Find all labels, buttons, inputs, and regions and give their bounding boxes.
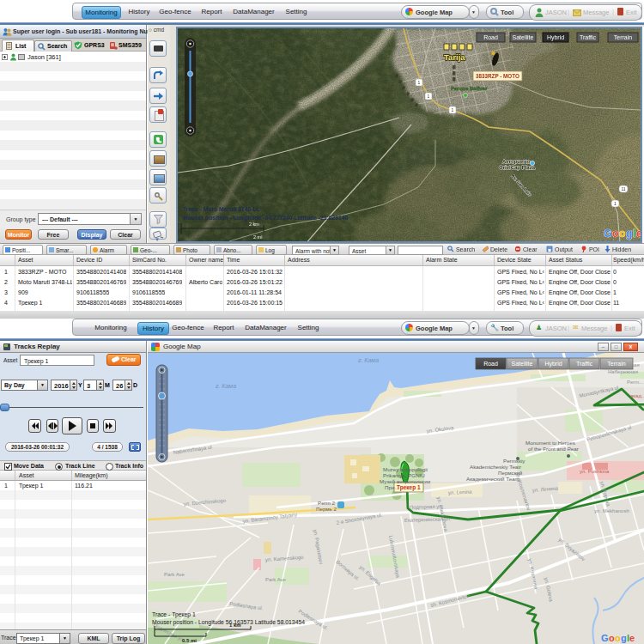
svg-text:o: o <box>615 633 621 643</box>
svg-text:Traffic: Traffic <box>576 361 593 367</box>
svg-text:3833RZP - MOTO: 3833RZP - MOTO <box>476 73 519 79</box>
svg-text:1: 1 <box>614 201 617 206</box>
svg-text:ул. Pushkina: ул. Pushkina <box>580 469 610 474</box>
svg-text:Трекер 1: Трекер 1 <box>397 484 421 491</box>
svg-text:Perm 2: Perm 2 <box>318 500 336 506</box>
svg-text:l: l <box>633 228 635 240</box>
svg-text:акад...: акад... <box>630 393 644 398</box>
svg-text:Perm...: Perm... <box>627 380 644 385</box>
svg-text:Road: Road <box>483 361 498 367</box>
svg-text:11: 11 <box>621 186 625 191</box>
svg-text:1: 1 <box>452 107 454 112</box>
svg-text:Aeropuerto: Aeropuerto <box>502 159 531 164</box>
svg-text:G: G <box>601 633 609 643</box>
svg-text:Terrain: Terrain <box>614 34 633 40</box>
svg-text:Музей антропологии: Музей антропологии <box>380 478 431 484</box>
svg-text:Hybrid: Hybrid <box>547 34 564 41</box>
svg-text:g: g <box>626 228 632 240</box>
svg-text:1 km: 1 km <box>229 623 241 628</box>
svg-text:1: 1 <box>428 94 430 99</box>
svg-text:Akademicheskiy Teatr: Akademicheskiy Teatr <box>470 464 521 470</box>
svg-text:Hybrid: Hybrid <box>544 361 562 368</box>
svg-text:G: G <box>604 228 611 240</box>
svg-text:Пермь 2: Пермь 2 <box>316 506 337 512</box>
svg-text:Набережная: Набережная <box>608 369 638 374</box>
svg-text:2 km: 2 km <box>249 222 259 227</box>
svg-text:e: e <box>629 633 635 643</box>
svg-text:1: 1 <box>418 80 421 85</box>
svg-text:o: o <box>619 228 625 240</box>
svg-text:g: g <box>621 633 627 643</box>
svg-text:OrielCap Plaza: OrielCap Plaza <box>499 165 536 170</box>
svg-text:of the Front and Rear: of the Front and Rear <box>528 446 579 452</box>
svg-text:Park Ave: Park Ave <box>265 577 287 582</box>
svg-text:Satellite: Satellite <box>512 361 533 367</box>
svg-text:Prikamya, PGNIU: Prikamya, PGNIU <box>383 472 425 478</box>
svg-text:Muzey antropologii: Muzey antropologii <box>383 466 428 472</box>
svg-text:Park Ave: Park Ave <box>164 572 185 577</box>
svg-text:Satellite: Satellite <box>513 34 534 40</box>
svg-text:0.5 mi: 0.5 mi <box>182 638 197 643</box>
svg-text:o: o <box>612 228 618 240</box>
svg-text:o: o <box>609 633 615 643</box>
svg-text:г. Кама: г. Кама <box>216 383 236 389</box>
svg-text:Traffic: Traffic <box>580 34 597 40</box>
svg-text:e: e <box>636 228 641 240</box>
svg-text:Tarija: Tarija <box>444 52 465 62</box>
svg-text:При...: При... <box>385 484 399 490</box>
svg-text:ул. Mekhanosh: ул. Mekhanosh <box>594 508 629 513</box>
svg-text:Пермский: Пермский <box>498 470 523 476</box>
svg-text:2 mi: 2 mi <box>253 234 262 240</box>
svg-text:Road: Road <box>483 34 498 40</box>
svg-text:Monument to Heroes: Monument to Heroes <box>526 440 575 446</box>
svg-text:Mouser position - Longitude -6: Mouser position - Longitude -64.727240 L… <box>183 215 348 222</box>
svg-text:Permskiy: Permskiy <box>503 458 526 464</box>
svg-text:Parque Bolivar: Parque Bolivar <box>451 86 488 91</box>
svg-text:Trace - Moto Maruti 3748-LL: Trace - Moto Maruti 3748-LL <box>183 206 260 212</box>
svg-text:г. Кама: г. Кама <box>358 357 379 363</box>
svg-text:Terrain: Terrain <box>607 361 626 367</box>
svg-text:Академический Театр: Академический Театр <box>466 476 520 482</box>
svg-text:Trace - Трекер 1: Trace - Трекер 1 <box>152 611 196 618</box>
